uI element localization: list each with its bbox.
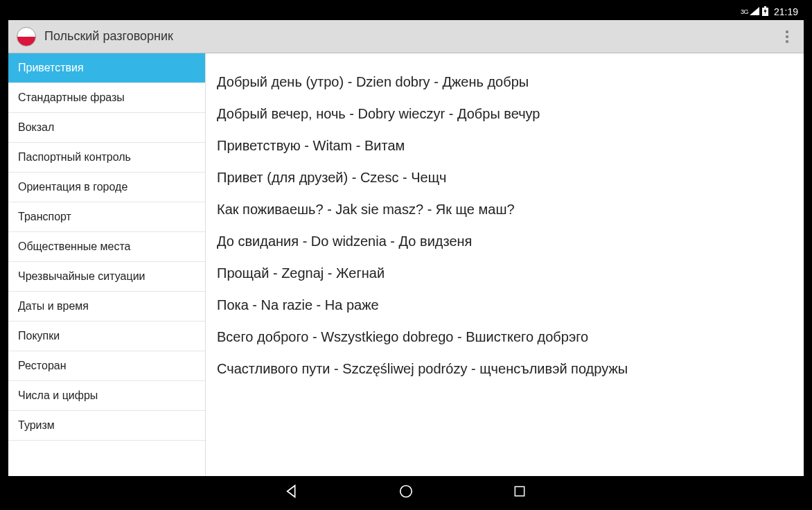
phrase-item[interactable]: Приветствую - Witam - Витам bbox=[217, 130, 793, 161]
sidebar-item-1[interactable]: Стандартные фразы bbox=[8, 83, 205, 113]
app-flag-icon bbox=[17, 27, 36, 46]
phrase-item[interactable]: Добрый день (утро) - Dzien dobry - Джень… bbox=[217, 66, 793, 98]
sidebar-item-10[interactable]: Ресторан bbox=[8, 351, 205, 381]
sidebar-item-2[interactable]: Вокзал bbox=[8, 113, 205, 143]
nav-back-button[interactable] bbox=[284, 483, 301, 500]
nav-recent-button[interactable] bbox=[511, 483, 528, 500]
clock: 21:19 bbox=[774, 6, 798, 17]
device-frame: 3G 21:19 Польский разговорник Приветстви… bbox=[8, 3, 804, 507]
phrase-item[interactable]: Добрый вечер, ночь - Dobry wieczyr - Доб… bbox=[217, 98, 793, 130]
phrase-list[interactable]: Добрый день (утро) - Dzien dobry - Джень… bbox=[206, 53, 804, 476]
phrase-item[interactable]: Пока - Na razie - На раже bbox=[217, 289, 793, 321]
phrase-item[interactable]: До свидания - Do widzenia - До видзеня bbox=[217, 225, 793, 257]
signal-icon bbox=[750, 7, 759, 17]
svg-rect-1 bbox=[764, 6, 766, 8]
sidebar-item-6[interactable]: Общественные места bbox=[8, 232, 205, 262]
content-area: ПриветствияСтандартные фразыВокзалПаспор… bbox=[8, 53, 804, 476]
sidebar-item-4[interactable]: Ориентация в городе bbox=[8, 173, 205, 202]
sidebar-item-7[interactable]: Чрезвычайные ситуации bbox=[8, 262, 205, 292]
overflow-menu-button[interactable] bbox=[779, 28, 795, 45]
phrase-item[interactable]: Всего доброго - Wszystkiego dobrego - Вш… bbox=[217, 321, 793, 353]
sidebar-item-0[interactable]: Приветствия bbox=[8, 53, 205, 83]
sidebar-item-5[interactable]: Транспорт bbox=[8, 202, 205, 232]
network-label: 3G bbox=[741, 8, 748, 15]
sidebar-item-8[interactable]: Даты и время bbox=[8, 292, 205, 322]
phrase-item[interactable]: Счастливого пути - Szczęśliwej podrózy -… bbox=[217, 353, 793, 385]
sidebar-item-12[interactable]: Туризм bbox=[8, 411, 205, 441]
phrase-item[interactable]: Прощай - Zegnaj - Жегнай bbox=[217, 257, 793, 289]
app-title: Польский разговорник bbox=[44, 29, 779, 44]
status-bar: 3G 21:19 bbox=[8, 3, 804, 20]
svg-point-2 bbox=[400, 486, 412, 498]
app-bar: Польский разговорник bbox=[8, 20, 804, 53]
svg-rect-3 bbox=[515, 486, 524, 495]
battery-icon bbox=[762, 6, 768, 18]
sidebar-item-3[interactable]: Паспортный контроль bbox=[8, 143, 205, 173]
nav-home-button[interactable] bbox=[398, 483, 414, 500]
sidebar[interactable]: ПриветствияСтандартные фразыВокзалПаспор… bbox=[8, 53, 206, 476]
phrase-item[interactable]: Привет (для друзей) - Czesc - Чещч bbox=[217, 161, 793, 193]
sidebar-item-11[interactable]: Числа и цифры bbox=[8, 381, 205, 411]
navigation-bar bbox=[8, 476, 804, 507]
phrase-item[interactable]: Как поживаешь? - Jak sie masz? - Як ще м… bbox=[217, 193, 793, 225]
sidebar-item-9[interactable]: Покупки bbox=[8, 322, 205, 351]
